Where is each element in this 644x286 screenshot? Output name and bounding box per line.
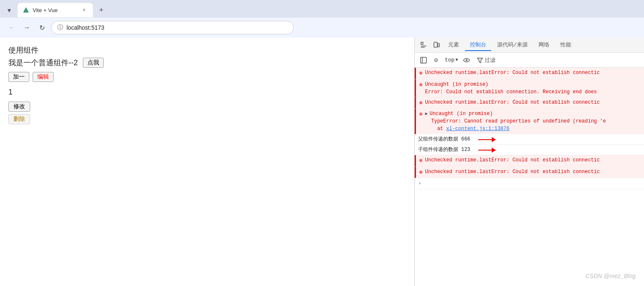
tab-bar: ▾ Vite + Vue × + bbox=[0, 0, 644, 18]
error-icon-2: ⊗ bbox=[419, 81, 423, 89]
filter-icon bbox=[477, 57, 483, 63]
devtools-tab-console[interactable]: 控制台 bbox=[465, 39, 491, 51]
devtools-tab-sources[interactable]: 源代码/来源 bbox=[492, 39, 533, 51]
console-text-4: ▶Uncaught (in promise) TypeError: Cannot… bbox=[425, 110, 641, 133]
refresh-btn[interactable]: ↻ bbox=[36, 22, 48, 33]
info-icon: ⓘ bbox=[57, 24, 63, 31]
new-tab-btn[interactable]: + bbox=[95, 4, 107, 16]
tab-title: Vite + Vue bbox=[33, 7, 77, 13]
console-row-7: ⊗ Unchecked runtime.lastError: Could not… bbox=[415, 155, 644, 167]
subheading-text: 我是一个普通组件--2 bbox=[8, 58, 78, 68]
console-text-5: 父组件传递的数据 666 bbox=[418, 135, 641, 143]
devtools-tab-network[interactable]: 网络 bbox=[534, 39, 554, 51]
console-text-7: Unchecked runtime.lastError: Could not e… bbox=[425, 156, 641, 164]
filter-section: 过滤 bbox=[477, 56, 495, 64]
page-content: 使用组件 我是一个普通组件--2 点我 加一 编辑 1 修改 删除 bbox=[0, 38, 414, 286]
devtools-console: ⊗ Unchecked runtime.lastError: Could not… bbox=[415, 68, 644, 286]
tab-favicon bbox=[23, 7, 29, 13]
page-count: 1 bbox=[8, 88, 406, 97]
top-label: top bbox=[445, 57, 454, 63]
item-actions: 修改 删除 bbox=[8, 102, 406, 124]
devtools-toolbar: ⊘ top ▼ 过滤 bbox=[415, 53, 644, 68]
devtools-tabs: 元素 控制台 源代码/来源 网络 性能 bbox=[415, 38, 644, 53]
delete-button[interactable]: 删除 bbox=[8, 114, 30, 124]
console-row-4: ⊗ ▶Uncaught (in promise) TypeError: Cann… bbox=[415, 109, 644, 134]
console-sidebar-icon[interactable] bbox=[418, 55, 429, 66]
console-text-8: Unchecked runtime.lastError: Could not e… bbox=[425, 168, 641, 176]
active-tab[interactable]: Vite + Vue × bbox=[18, 3, 93, 17]
svg-marker-12 bbox=[477, 58, 482, 63]
svg-point-11 bbox=[466, 59, 467, 61]
error-icon-8: ⊗ bbox=[419, 169, 423, 177]
browser-chrome: ▾ Vite + Vue × + ← → ↻ ⓘ localhost:5173 bbox=[0, 0, 644, 38]
tab-close-btn[interactable]: × bbox=[80, 6, 88, 14]
forward-btn[interactable]: → bbox=[21, 22, 33, 33]
modify-button[interactable]: 修改 bbox=[8, 102, 30, 112]
console-row-5: 父组件传递的数据 666 bbox=[415, 134, 644, 145]
address-bar-input[interactable]: ⓘ localhost:5173 bbox=[51, 21, 294, 34]
console-row-3: ⊗ Unchecked runtime.lastError: Could not… bbox=[415, 97, 644, 109]
refresh-icon: ↻ bbox=[39, 24, 45, 32]
address-bar: ← → ↻ ⓘ localhost:5173 bbox=[0, 18, 644, 38]
console-text-1: Unchecked runtime.lastError: Could not e… bbox=[425, 69, 641, 77]
back-btn[interactable]: ← bbox=[6, 22, 18, 33]
svg-rect-8 bbox=[421, 57, 426, 63]
console-text-6: 子组件传递的数据 123 bbox=[418, 146, 641, 153]
error-icon-3: ⊗ bbox=[419, 99, 423, 107]
console-clear-icon[interactable]: ⊘ bbox=[431, 55, 441, 66]
eye-icon[interactable] bbox=[461, 55, 472, 66]
svg-rect-3 bbox=[421, 42, 423, 44]
filter-label: 过滤 bbox=[485, 56, 495, 64]
console-row-9[interactable]: › bbox=[415, 178, 644, 189]
console-row-2: ⊗ Uncaught (in promise)Error: Could not … bbox=[415, 79, 644, 97]
page-subheading: 我是一个普通组件--2 点我 bbox=[8, 58, 406, 68]
main-split: 使用组件 我是一个普通组件--2 点我 加一 编辑 1 修改 删除 bbox=[0, 38, 644, 286]
console-row-6: 子组件传递的数据 123 bbox=[415, 145, 644, 155]
error-icon-1: ⊗ bbox=[419, 69, 423, 78]
console-row-1: ⊗ Unchecked runtime.lastError: Could not… bbox=[415, 68, 644, 79]
forward-icon: → bbox=[23, 24, 30, 31]
console-row-8: ⊗ Unchecked runtime.lastError: Could not… bbox=[415, 167, 644, 179]
devtools-tab-elements[interactable]: 元素 bbox=[443, 39, 464, 51]
tab-dropdown[interactable]: ▾ bbox=[3, 4, 15, 16]
address-text: localhost:5173 bbox=[67, 24, 104, 31]
top-selector[interactable]: top ▼ bbox=[443, 56, 459, 64]
top-chevron-icon: ▼ bbox=[455, 58, 458, 62]
add-button[interactable]: 加一 bbox=[8, 72, 29, 82]
svg-rect-6 bbox=[434, 42, 437, 47]
click-button[interactable]: 点我 bbox=[83, 58, 104, 68]
console-prompt-arrow: › bbox=[418, 179, 421, 188]
page-heading: 使用组件 bbox=[8, 45, 406, 55]
devtools-device-icon[interactable] bbox=[431, 39, 442, 51]
edit-button[interactable]: 编辑 bbox=[33, 72, 54, 82]
svg-rect-7 bbox=[438, 43, 439, 47]
console-text-2: Uncaught (in promise)Error: Could not es… bbox=[425, 81, 641, 96]
devtools-tab-performance[interactable]: 性能 bbox=[555, 39, 576, 51]
expand-arrow[interactable]: ▶ bbox=[425, 111, 428, 116]
error-icon-4: ⊗ bbox=[419, 110, 423, 119]
devtools-panel: 元素 控制台 源代码/来源 网络 性能 ⊘ top ▼ bbox=[414, 38, 644, 286]
devtools-inspect-icon[interactable] bbox=[418, 39, 430, 51]
page-actions: 加一 编辑 bbox=[8, 72, 406, 82]
console-text-3: Unchecked runtime.lastError: Could not e… bbox=[425, 99, 641, 106]
csdn-watermark: CSDN @mez_Blog bbox=[585, 273, 636, 279]
error-icon-7: ⊗ bbox=[419, 157, 423, 165]
source-link[interactable]: xl-content.js:1:13876 bbox=[446, 126, 509, 132]
back-icon: ← bbox=[8, 24, 15, 31]
